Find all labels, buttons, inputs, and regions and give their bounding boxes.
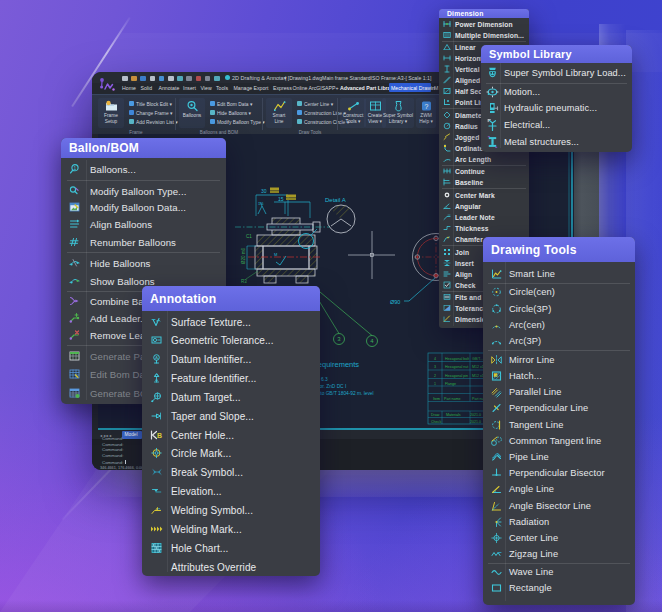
svg-text:GB/T...: GB/T... [472,357,483,361]
svg-text:2021.0: 2021.0 [470,420,481,424]
svg-text:B: B [157,431,162,438]
svg-text:3: 3 [337,336,341,342]
svg-text:Draw: Draw [431,413,440,417]
svg-text:1: 1 [434,382,436,386]
svg-text:1: 1 [74,165,77,171]
svg-text:15: 15 [278,196,284,202]
svg-text:2021.0: 2021.0 [470,413,481,417]
svg-text:Part name: Part name [444,397,461,401]
svg-text:Check: Check [431,420,441,424]
svg-text:2: 2 [434,374,436,378]
svg-text:?: ? [424,103,428,110]
svg-text:M: M [274,252,277,257]
svg-text:R3: R3 [241,279,247,284]
svg-text:Ø20 m6: Ø20 m6 [241,247,246,264]
svg-text:C1: C1 [246,234,252,239]
svg-text:A: A [155,355,158,360]
svg-text:Materials: Materials [446,413,461,417]
svg-text:Hexagonal pin: Hexagonal pin [445,374,468,378]
svg-text:3: 3 [434,365,436,369]
svg-text:1.6: 1.6 [258,201,264,206]
svg-text:4: 4 [434,357,436,361]
svg-text:Flange: Flange [445,382,456,386]
svg-text:4: 4 [370,338,374,344]
svg-text:Hexagonal nut: Hexagonal nut [445,365,468,369]
svg-text:Item: Item [433,397,440,401]
svg-text:Ø90: Ø90 [390,299,400,305]
svg-text:Detail A: Detail A [325,197,346,203]
svg-text:30: 30 [261,188,267,194]
svg-text:Hexagonal bolt: Hexagonal bolt [445,357,469,361]
